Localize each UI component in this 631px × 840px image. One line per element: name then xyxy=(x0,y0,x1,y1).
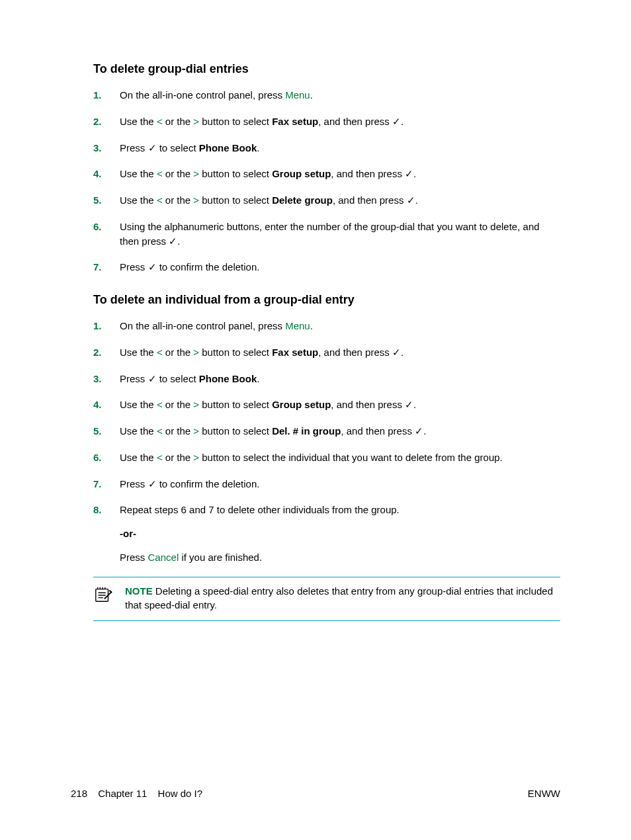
note-box: NOTE Deleting a speed-dial entry also de… xyxy=(93,577,560,622)
less-than-icon: < xyxy=(157,168,163,179)
menu-label: Menu xyxy=(285,320,310,331)
list-item: 4. Use the < or the > button to select G… xyxy=(93,167,560,181)
step-body: Use the < or the > button to select Dele… xyxy=(120,193,560,208)
bold-text: Group setup xyxy=(272,399,331,410)
step-number: 5. xyxy=(93,193,120,208)
or-separator: -or- xyxy=(120,526,560,541)
step-number: 2. xyxy=(93,345,120,360)
less-than-icon: < xyxy=(157,399,163,410)
step-body: Using the alphanumeric buttons, enter th… xyxy=(120,220,560,249)
step-number: 3. xyxy=(93,141,120,155)
list-item: 1. On the all-in-one control panel, pres… xyxy=(93,88,560,103)
note-icon xyxy=(93,584,113,613)
list-item: 3. Press ✓ to select Phone Book. xyxy=(93,141,560,155)
step-number: 5. xyxy=(93,424,120,439)
list-item: 2. Use the < or the > button to select F… xyxy=(93,114,560,129)
cancel-label: Cancel xyxy=(148,552,179,563)
check-icon: ✓ xyxy=(148,261,157,273)
section-delete-group-dial: To delete group-dial entries 1. On the a… xyxy=(93,62,560,274)
menu-label: Menu xyxy=(285,89,310,101)
greater-than-icon: > xyxy=(193,194,199,206)
footer-left: 218 Chapter 11 How do I? xyxy=(71,788,202,799)
bold-text: Phone Book xyxy=(199,142,257,153)
bold-text: Del. # in group xyxy=(272,425,341,437)
step-body: Use the < or the > button to select Grou… xyxy=(120,167,560,181)
check-icon: ✓ xyxy=(392,116,401,127)
bold-text: Fax setup xyxy=(272,116,318,127)
bold-text: Group setup xyxy=(272,168,331,179)
step-body: Use the < or the > button to select Fax … xyxy=(120,114,560,129)
page: To delete group-dial entries 1. On the a… xyxy=(0,0,631,840)
greater-than-icon: > xyxy=(193,452,199,463)
step-number: 4. xyxy=(93,398,120,412)
step-body: Use the < or the > button to select Del.… xyxy=(120,424,560,439)
step-number: 3. xyxy=(93,372,120,386)
greater-than-icon: > xyxy=(193,168,199,179)
check-icon: ✓ xyxy=(148,142,157,153)
step-number: 1. xyxy=(93,88,120,103)
list-item: 6. Use the < or the > button to select t… xyxy=(93,450,560,465)
greater-than-icon: > xyxy=(193,399,199,410)
check-icon: ✓ xyxy=(392,347,401,358)
list-item: 5. Use the < or the > button to select D… xyxy=(93,424,560,439)
greater-than-icon: > xyxy=(193,116,199,127)
check-icon: ✓ xyxy=(148,373,157,384)
list-item: 3. Press ✓ to select Phone Book. xyxy=(93,372,560,386)
step-body: On the all-in-one control panel, press M… xyxy=(120,319,560,333)
less-than-icon: < xyxy=(157,194,163,206)
steps-list-1: 1. On the all-in-one control panel, pres… xyxy=(93,88,560,274)
page-number: 218 xyxy=(71,788,87,799)
footer-right: ENWW xyxy=(528,788,560,799)
note-text: NOTE Deleting a speed-dial entry also de… xyxy=(125,584,560,613)
heading-delete-group-dial: To delete group-dial entries xyxy=(93,62,560,76)
section-delete-individual: To delete an individual from a group-dia… xyxy=(93,293,560,621)
list-item: 2. Use the < or the > button to select F… xyxy=(93,345,560,360)
list-item: 7. Press ✓ to confirm the deletion. xyxy=(93,477,560,491)
step-body: Use the < or the > button to select Fax … xyxy=(120,345,560,360)
step-body: Use the < or the > button to select Grou… xyxy=(120,398,560,412)
less-than-icon: < xyxy=(157,116,163,127)
list-item: 4. Use the < or the > button to select G… xyxy=(93,398,560,412)
check-icon: ✓ xyxy=(169,235,177,247)
list-item: 7. Press ✓ to confirm the deletion. xyxy=(93,260,560,274)
step-number: 2. xyxy=(93,114,120,129)
chapter-label: Chapter 11 xyxy=(98,788,147,799)
list-item: 8. Repeat steps 6 and 7 to delete other … xyxy=(93,503,560,564)
list-item: 5. Use the < or the > button to select D… xyxy=(93,193,560,208)
step-body: Press ✓ to select Phone Book. xyxy=(120,372,560,386)
check-icon: ✓ xyxy=(405,399,413,410)
step-body: Press ✓ to select Phone Book. xyxy=(120,141,560,155)
less-than-icon: < xyxy=(157,347,163,358)
step-body: Press ✓ to confirm the deletion. xyxy=(120,477,560,491)
check-icon: ✓ xyxy=(148,478,157,489)
step-number: 7. xyxy=(93,477,120,491)
heading-delete-individual: To delete an individual from a group-dia… xyxy=(93,293,560,307)
greater-than-icon: > xyxy=(193,347,199,358)
steps-list-2: 1. On the all-in-one control panel, pres… xyxy=(93,319,560,565)
step-body: Repeat steps 6 and 7 to delete other ind… xyxy=(120,503,560,564)
step-body: Press ✓ to confirm the deletion. xyxy=(120,260,560,274)
less-than-icon: < xyxy=(157,425,163,437)
check-icon: ✓ xyxy=(407,194,415,206)
less-than-icon: < xyxy=(157,452,163,463)
step-number: 6. xyxy=(93,220,120,234)
check-icon: ✓ xyxy=(405,168,413,179)
step-number: 8. xyxy=(93,503,120,517)
chapter-title: How do I? xyxy=(158,788,203,799)
step-number: 7. xyxy=(93,260,120,274)
step-number: 4. xyxy=(93,167,120,181)
bold-text: Fax setup xyxy=(272,347,318,358)
step-body: On the all-in-one control panel, press M… xyxy=(120,88,560,103)
note-label: NOTE xyxy=(125,585,153,597)
list-item: 1. On the all-in-one control panel, pres… xyxy=(93,319,560,333)
bold-text: Delete group xyxy=(272,194,333,206)
greater-than-icon: > xyxy=(193,425,199,437)
bold-text: Phone Book xyxy=(199,373,257,384)
list-item: 6. Using the alphanumeric buttons, enter… xyxy=(93,220,560,249)
page-footer: 218 Chapter 11 How do I? ENWW xyxy=(71,788,560,799)
step-number: 1. xyxy=(93,319,120,333)
step-number: 6. xyxy=(93,450,120,465)
step-body: Use the < or the > button to select the … xyxy=(120,450,560,465)
check-icon: ✓ xyxy=(415,425,423,437)
